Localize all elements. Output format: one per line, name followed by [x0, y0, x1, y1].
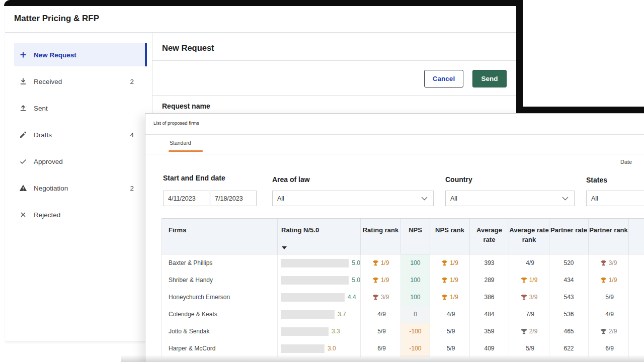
sidebar-item-rejected[interactable]: Rejected [14, 203, 147, 226]
sidebar-item-approved[interactable]: Approved [14, 150, 147, 173]
column-header-average-rate[interactable]: Average rate [470, 219, 509, 254]
start-date-input[interactable]: 4/11/2023 [163, 191, 209, 206]
clipped-cell [629, 289, 644, 306]
rank-value: 1/9 [609, 277, 617, 284]
average-rate-rank-cell: 5/9 [509, 340, 549, 357]
rank-value: 3/9 [529, 294, 538, 301]
rating-value: 3.7 [338, 311, 346, 318]
trophy-icon [521, 294, 527, 301]
firm-table-row[interactable]: Coleridge & Keats3.74/904/94847/95364/9 [162, 306, 644, 323]
sidebar-item-negotiation[interactable]: Negotiation 2 [14, 176, 147, 200]
partner-rank-cell: 6/9 [589, 340, 629, 357]
proposed-firms-window: List of proposed firms Standard Date Sta… [145, 113, 644, 362]
area-of-law-select[interactable]: All [272, 191, 434, 206]
firm-table-row[interactable]: Shriber & Handy5.01/91001/92891/94341/9 [162, 272, 644, 289]
partner-rate-cell: 434 [549, 272, 589, 289]
trophy-icon [521, 328, 527, 335]
clipped-cell [629, 306, 644, 323]
column-header-partner-rate[interactable]: Partner rate [549, 219, 589, 254]
column-header-firms[interactable]: Firms [162, 219, 278, 254]
clipped-cell [629, 323, 644, 340]
average-rate-rank-cell: 1/9 [509, 272, 549, 289]
column-header-rating[interactable]: Rating N/5.0 [278, 219, 361, 254]
rank-value: 5/9 [447, 328, 455, 335]
rank-value: 6/9 [377, 345, 386, 352]
sidebar-item-received[interactable]: Received 2 [14, 70, 147, 93]
column-header-clipped [629, 219, 644, 254]
average-rate-cell: 359 [470, 323, 509, 340]
average-rate-rank-cell: 3/9 [509, 289, 549, 306]
rank-value: 4/9 [605, 311, 614, 318]
rating-value: 4.4 [348, 294, 356, 301]
firms-table: Firms Rating N/5.0 Rating rank NPS NPS r… [162, 218, 644, 357]
average-rate-cell: 386 [470, 289, 509, 306]
nps-rank-cell: 1/9 [430, 272, 470, 289]
window-frame-right [516, 0, 523, 114]
sort-descending-icon[interactable] [282, 246, 287, 249]
sidebar-item-label: Received [34, 78, 62, 85]
column-header-nps-rank[interactable]: NPS rank [430, 219, 470, 254]
rank-value: 7/9 [526, 311, 534, 318]
average-rate-cell: 409 [470, 340, 509, 357]
rating-bar [281, 276, 349, 285]
sidebar-item-label: Drafts [34, 131, 52, 139]
rank-value: 4/9 [447, 311, 455, 318]
firm-table-row[interactable]: Jotto & Sendak3.35/9-1005/93592/94652/9 [162, 323, 644, 340]
download-icon [19, 77, 27, 85]
end-date-input[interactable]: 7/18/2023 [210, 191, 257, 206]
area-of-law-label: Area of law [272, 175, 310, 184]
column-header-partner-rank[interactable]: Partner rank [589, 219, 629, 254]
partner-rate-cell: 520 [549, 254, 589, 272]
rank-value: 2/9 [609, 328, 617, 335]
firm-name-cell: Shriber & Handy [162, 272, 278, 289]
trophy-icon [441, 294, 448, 301]
tab-standard[interactable]: Standard [170, 140, 191, 146]
sidebar-item-new-request[interactable]: New Request [14, 43, 147, 66]
sidebar-item-sent[interactable]: Sent [14, 97, 147, 120]
trophy-icon [600, 328, 607, 335]
panel-divider [152, 60, 516, 61]
rating-cell: 3.3 [278, 323, 361, 340]
overlay-title: List of proposed firms [153, 120, 199, 126]
rank-value: 6/9 [605, 345, 614, 352]
upload-icon [19, 104, 27, 112]
rating-bar [281, 310, 335, 319]
column-header-nps[interactable]: NPS [401, 219, 430, 254]
cancel-button[interactable]: Cancel [424, 70, 463, 87]
rating-cell: 5.0 [278, 254, 361, 272]
sidebar-item-label: Approved [34, 158, 63, 165]
rating-value: 5.0 [352, 259, 360, 266]
chevron-down-icon [421, 197, 433, 201]
sidebar-item-label: Sent [34, 105, 48, 112]
sidebar-item-label: Rejected [34, 211, 60, 219]
overlay-divider [145, 134, 644, 135]
sidebar-item-drafts[interactable]: Drafts 4 [14, 123, 147, 146]
nps-cell: -100 [401, 340, 430, 357]
chevron-down-icon [562, 197, 574, 201]
rating-bar [281, 327, 329, 336]
rating-cell: 3.0 [278, 340, 361, 357]
rating-cell: 5.0 [278, 272, 361, 289]
rank-value: 1/9 [381, 259, 389, 266]
partner-rate-cell: 536 [549, 306, 589, 323]
pencil-icon [19, 131, 27, 139]
states-select[interactable]: All [586, 191, 644, 206]
send-button[interactable]: Send [472, 70, 507, 87]
partner-rank-cell: 1/9 [589, 272, 629, 289]
column-header-average-rate-rank[interactable]: Average rate rank [509, 219, 549, 254]
country-select[interactable]: All [445, 191, 575, 206]
partner-rank-cell: 5/9 [589, 289, 629, 306]
column-header-rating-rank[interactable]: Rating rank [361, 219, 401, 254]
rating-rank-cell: 1/9 [361, 254, 401, 272]
rank-value: 1/9 [450, 294, 458, 301]
firm-table-row[interactable]: Honeychurch Emerson4.43/91001/93863/9543… [162, 289, 644, 306]
average-rate-cell: 289 [470, 272, 509, 289]
panel-title: New Request [162, 43, 214, 53]
rating-rank-cell: 3/9 [361, 289, 401, 306]
rating-value: 5.0 [352, 277, 360, 284]
table-header-row: Firms Rating N/5.0 Rating rank NPS NPS r… [162, 218, 644, 254]
rank-value: 4/9 [377, 311, 386, 318]
rank-value: 1/9 [450, 259, 458, 266]
firm-table-row[interactable]: Harper & McCord3.06/9-1005/94095/96226/9 [162, 340, 644, 357]
firm-table-row[interactable]: Baxter & Phillips5.01/91001/93934/95203/… [162, 254, 644, 272]
